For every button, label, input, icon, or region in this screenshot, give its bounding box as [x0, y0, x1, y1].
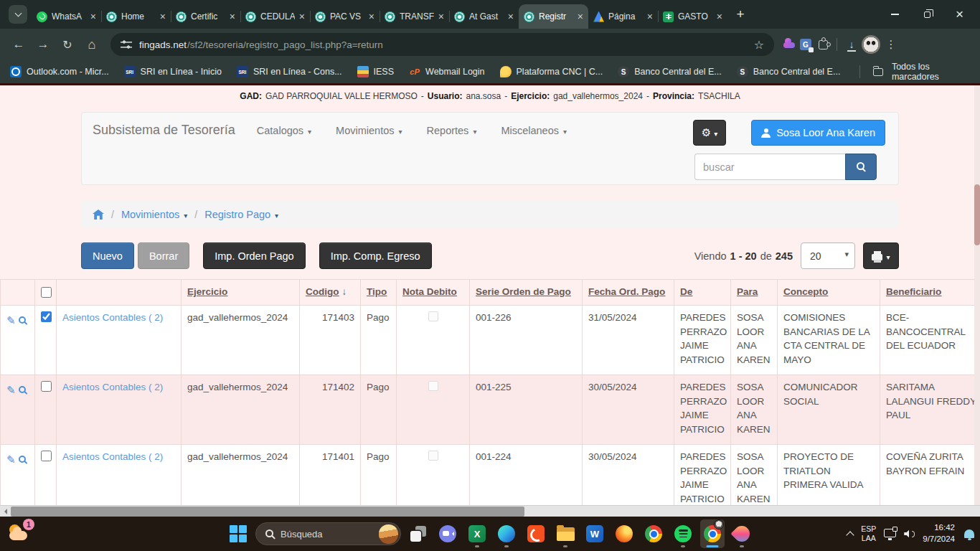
new-button[interactable]: Nuevo — [81, 242, 134, 269]
view-icon[interactable] — [19, 316, 27, 325]
bookmark-star-icon[interactable] — [754, 38, 764, 52]
tab-list-chevron-button[interactable] — [9, 5, 27, 24]
menu-movimientos[interactable]: Movimientos — [336, 125, 402, 136]
weather-extension-icon[interactable] — [783, 39, 796, 50]
print-payment-order-button[interactable]: Imp. Orden Pago — [203, 242, 305, 269]
tray-expand-chevron-icon[interactable] — [847, 531, 854, 539]
browser-tab[interactable]: At Gast — [449, 4, 519, 29]
tab-close-icon[interactable] — [369, 11, 374, 22]
asientos-contables-link[interactable]: Asientos Contables ( 2) — [57, 306, 182, 375]
bookmark-item[interactable]: SRI en Línea - Cons... — [237, 66, 342, 77]
delete-button[interactable]: Borrar — [138, 242, 189, 269]
browser-tab[interactable]: PAC VS — [310, 4, 380, 29]
all-bookmarks[interactable]: Todos los marcadores — [855, 62, 970, 82]
edit-icon[interactable] — [6, 313, 16, 329]
site-settings-icon[interactable] — [121, 39, 132, 50]
browser-tab-active[interactable]: Registr — [519, 4, 588, 29]
user-button[interactable]: Sosa Loor Ana Karen — [751, 120, 885, 146]
browser-tab[interactable]: WhatsA — [32, 4, 101, 29]
foxit-pdf-button[interactable] — [524, 519, 548, 548]
excel-button[interactable] — [465, 519, 489, 548]
breadcrumb-registro-pago[interactable]: Registro Pago — [204, 209, 278, 220]
header-codigo[interactable]: Codigo — [300, 280, 361, 306]
scroll-left-button[interactable] — [0, 506, 11, 517]
vertical-scrollbar-thumb[interactable] — [974, 184, 980, 245]
print-dropdown-button[interactable] — [863, 242, 899, 269]
tab-close-icon[interactable] — [717, 11, 722, 22]
bookmark-item[interactable]: Banco Central del E... — [737, 66, 841, 77]
bookmark-item[interactable]: Outlook.com - Micr... — [10, 66, 109, 77]
volume-icon[interactable] — [904, 530, 915, 538]
edit-icon[interactable] — [6, 452, 16, 468]
extensions-puzzle-icon[interactable] — [819, 40, 828, 50]
notifications-bell-icon[interactable] — [964, 529, 974, 538]
bookmark-item[interactable]: Banco Central del E... — [618, 66, 722, 77]
browser-tab[interactable]: TRANSF — [380, 4, 449, 29]
browser-home-button[interactable] — [82, 34, 102, 55]
browser-tab[interactable]: CEDULA — [240, 4, 310, 29]
header-serie[interactable]: Serie Orden de Pago — [470, 280, 583, 306]
address-bar[interactable]: fingads.net /sf2/tesoreria/registro_pago… — [110, 33, 774, 56]
display-icon[interactable] — [884, 529, 896, 537]
row-checkbox[interactable] — [41, 311, 52, 322]
asientos-contables-link[interactable]: Asientos Contables ( 2) — [57, 375, 182, 445]
browser-menu-icon[interactable] — [885, 38, 897, 51]
word-button[interactable] — [583, 519, 607, 548]
new-tab-button[interactable] — [730, 4, 750, 24]
settings-gear-button[interactable] — [693, 120, 726, 146]
header-para[interactable]: Para — [731, 280, 778, 306]
bookmark-item[interactable]: Webmail Login — [409, 66, 484, 77]
horizontal-scrollbar-thumb[interactable] — [11, 507, 524, 517]
clock[interactable]: 16:42 9/7/2024 — [923, 522, 955, 545]
minimize-button[interactable] — [879, 0, 911, 29]
home-icon[interactable] — [93, 209, 104, 220]
view-icon[interactable] — [19, 386, 27, 395]
chrome-profile-button-active[interactable] — [700, 519, 725, 548]
horizontal-scrollbar[interactable] — [0, 505, 980, 517]
forward-button[interactable] — [33, 34, 53, 55]
tab-close-icon[interactable] — [160, 11, 166, 22]
breadcrumb-movimientos[interactable]: Movimientos — [121, 209, 187, 220]
teams-chat-button[interactable] — [435, 519, 460, 548]
file-explorer-button[interactable] — [553, 519, 578, 548]
chrome-button[interactable] — [641, 519, 666, 548]
translate-extension-icon[interactable] — [800, 39, 811, 50]
spotify-button[interactable] — [671, 519, 695, 548]
browser-tab[interactable]: GASTO — [658, 4, 727, 29]
vertical-scrollbar[interactable] — [974, 85, 980, 505]
search-input[interactable] — [694, 154, 845, 180]
menu-miscelaneos[interactable]: Miscelaneos — [501, 125, 567, 136]
start-button[interactable] — [226, 519, 250, 548]
taskbar-search[interactable]: Búsqueda — [255, 522, 401, 545]
tab-close-icon[interactable] — [508, 11, 514, 22]
close-button[interactable] — [943, 0, 976, 29]
downloads-icon[interactable] — [846, 39, 857, 50]
bookmark-item[interactable]: IESS — [357, 66, 395, 77]
header-ejercicio[interactable]: Ejercicio — [182, 280, 300, 306]
profile-avatar[interactable] — [862, 35, 880, 54]
header-tipo[interactable]: Tipo — [361, 280, 397, 306]
color-drop-app-button[interactable] — [730, 519, 754, 548]
taskbar-weather-widget[interactable]: 1 — [7, 522, 33, 545]
menu-catalogos[interactable]: Catalogos — [257, 125, 311, 136]
edit-icon[interactable] — [6, 382, 16, 398]
tab-close-icon[interactable] — [90, 11, 96, 22]
tab-close-icon[interactable] — [299, 11, 305, 22]
tab-close-icon[interactable] — [230, 11, 235, 22]
browser-tab[interactable]: Certific — [171, 4, 240, 29]
row-checkbox[interactable] — [41, 451, 52, 461]
tab-close-icon[interactable] — [438, 11, 444, 22]
print-expense-receipt-button[interactable]: Imp. Comp. Egreso — [319, 242, 432, 269]
search-button[interactable] — [845, 154, 877, 180]
header-beneficiario[interactable]: Beneficiario — [880, 280, 980, 306]
menu-reportes[interactable]: Reportes — [427, 125, 477, 136]
header-nota-debito[interactable]: Nota Debito — [397, 280, 470, 306]
tab-close-icon[interactable] — [578, 11, 583, 22]
task-view-button[interactable] — [406, 519, 430, 548]
bookmark-item[interactable]: Plataforma CNC | C... — [500, 66, 603, 77]
row-checkbox[interactable] — [41, 381, 52, 392]
bing-daily-image[interactable] — [379, 524, 398, 544]
browser-tab[interactable]: Home — [101, 4, 171, 29]
header-concepto[interactable]: Concepto — [778, 280, 880, 306]
header-de[interactable]: De — [674, 280, 731, 306]
